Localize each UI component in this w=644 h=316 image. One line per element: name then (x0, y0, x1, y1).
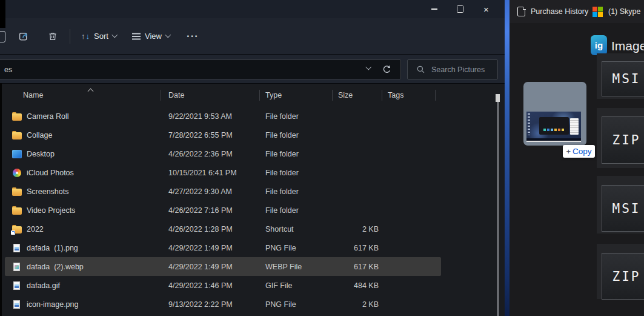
address-bar[interactable]: es (0, 59, 401, 79)
tab-label: Purchase History (531, 7, 588, 16)
column-header-size[interactable]: Size (338, 91, 353, 99)
file-row[interactable]: 2022 4/26/2022 1:28 PM Shortcut 2 KB (5, 220, 441, 238)
column-header-type[interactable]: Type (265, 91, 282, 99)
file-type: File folder (265, 112, 338, 121)
file-icon (12, 263, 22, 271)
search-box[interactable] (407, 59, 498, 79)
address-dropdown-chevron-icon[interactable] (365, 64, 371, 70)
drag-ghost-thumbnail[interactable] (523, 82, 586, 146)
share-button[interactable] (18, 18, 30, 54)
document-icon (517, 7, 525, 16)
file-name: Desktop (27, 150, 168, 158)
file-date: 9/22/2021 9:53 AM (168, 112, 265, 121)
file-row[interactable]: Camera Roll 9/22/2021 9:53 AM File folde… (5, 107, 441, 126)
file-row[interactable]: Desktop 4/26/2022 2:36 PM File folder (5, 144, 441, 163)
file-type-badge-zip[interactable]: ZIP (602, 116, 644, 164)
file-type: File folder (265, 131, 338, 140)
chevron-down-icon (111, 32, 117, 38)
column-separator[interactable] (382, 90, 382, 101)
file-size: 484 KB (338, 281, 379, 290)
sort-arrow-down-icon: ↓ (86, 32, 90, 41)
ms-square-green (598, 7, 603, 12)
sort-button[interactable]: ↑↓ Sort (81, 18, 116, 54)
column-separator[interactable] (435, 90, 436, 101)
file-size: 617 KB (338, 263, 379, 271)
file-type: PNG File (265, 300, 338, 309)
file-date: 4/27/2022 9:30 AM (168, 187, 265, 196)
file-type: Shortcut (265, 225, 338, 234)
file-date: 4/26/2022 2:36 PM (168, 150, 265, 158)
file-row[interactable]: dafada.gif 4/29/2022 1:46 PM GIF File 48… (5, 276, 441, 295)
file-row[interactable]: Screenshots 4/27/2022 9:30 AM File folde… (5, 182, 441, 201)
file-type: WEBP File (265, 263, 338, 271)
trash-icon (47, 31, 58, 42)
file-date: 9/13/2022 2:22 PM (168, 300, 265, 309)
screen-edge (0, 0, 5, 28)
file-icon (12, 187, 22, 196)
column-headers: Name Date Type Size Tags (0, 87, 497, 105)
column-header-date[interactable]: Date (168, 91, 184, 99)
file-name: 2022 (27, 225, 168, 234)
file-size: 617 KB (338, 244, 379, 252)
file-icon (12, 206, 22, 215)
cut-off-toolbar-icon[interactable] (0, 31, 5, 42)
file-row[interactable]: dafada (1).png 4/29/2022 1:49 PM PNG Fil… (5, 238, 441, 257)
copy-tooltip: + Copy (563, 145, 595, 158)
file-row[interactable]: dafada (2).webp 4/29/2022 1:49 PM WEBP F… (5, 257, 441, 276)
file-name: dafada (1).png (27, 244, 168, 252)
file-type-badge-zip[interactable]: ZIP (602, 253, 644, 300)
file-name: Camera Roll (27, 112, 168, 121)
file-icon (12, 150, 22, 158)
column-separator[interactable] (161, 90, 161, 101)
column-header-tags[interactable]: Tags (388, 91, 403, 99)
file-icon (12, 244, 22, 252)
file-list: Camera Roll 9/22/2021 9:53 AM File folde… (0, 107, 505, 314)
file-name: Collage (27, 131, 168, 140)
column-separator[interactable] (332, 90, 333, 101)
maximize-button[interactable] (447, 0, 473, 18)
file-explorer-window: × ↑↓ (0, 0, 505, 316)
file-row[interactable]: iCloud Photos 10/15/2021 6:41 PM File fo… (5, 163, 441, 182)
file-type: File folder (265, 187, 338, 196)
address-path-text: es (4, 66, 12, 74)
file-name: Video Projects (27, 206, 168, 215)
file-icon (12, 300, 22, 309)
ms-square-red (593, 7, 597, 12)
copy-tooltip-label: Copy (573, 147, 592, 156)
thumbnail-taskbar (526, 138, 581, 141)
file-type-badge-msi[interactable]: MSI (602, 61, 644, 96)
file-date: 4/29/2022 1:49 PM (168, 263, 265, 271)
shortcut-arrow-icon (11, 230, 15, 235)
scrollbar[interactable] (497, 97, 499, 316)
file-row[interactable]: icon-image.png 9/13/2022 2:22 PM PNG Fil… (5, 295, 441, 314)
sort-arrows-icon: ↑ (81, 32, 85, 41)
column-header-name[interactable]: Name (23, 91, 43, 99)
file-date: 4/26/2022 1:28 PM (168, 225, 265, 234)
thumbnail-window (539, 117, 569, 135)
close-button[interactable]: × (473, 0, 499, 18)
minimize-button[interactable] (421, 0, 447, 18)
file-type-badge-msi[interactable]: MSI (602, 185, 644, 232)
column-separator[interactable] (259, 90, 260, 101)
imageglass-logo-icon[interactable]: ig (591, 35, 607, 55)
tab-label: (1) Skype (608, 7, 641, 16)
see-more-button[interactable]: ··· (187, 18, 199, 54)
search-input[interactable] (430, 65, 497, 75)
delete-button[interactable] (47, 18, 58, 54)
scrollbar-thumb[interactable] (496, 94, 500, 102)
file-type: File folder (265, 206, 338, 215)
view-label: View (145, 32, 162, 41)
tab-skype[interactable]: (1) Skype (593, 0, 641, 23)
ms-square-blue (593, 12, 597, 17)
view-button[interactable]: View (132, 18, 170, 54)
file-row[interactable]: Video Projects 4/26/2022 7:16 PM File fo… (5, 201, 441, 220)
file-name: Screenshots (27, 187, 168, 196)
tab-purchase-history[interactable]: Purchase History (510, 0, 588, 23)
file-row[interactable]: Collage 7/28/2022 6:55 PM File folder (5, 126, 441, 144)
file-date: 4/29/2022 1:46 PM (168, 281, 265, 290)
file-icon (12, 281, 22, 290)
refresh-icon[interactable] (382, 64, 392, 75)
file-size: 2 KB (338, 300, 379, 309)
file-date: 4/26/2022 7:16 PM (168, 206, 265, 215)
title-bar: × (0, 0, 505, 18)
